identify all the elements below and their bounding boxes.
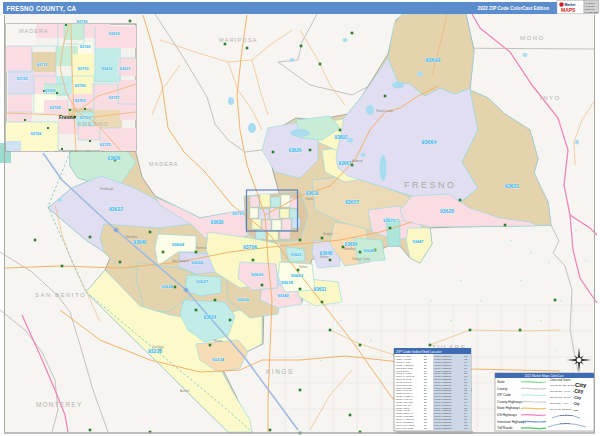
svg-text:93668: 93668	[172, 242, 185, 247]
svg-text:Cities and Towns: Cities and Towns	[550, 378, 571, 382]
svg-text:2022 ZIP Code ColorCast Editio: 2022 ZIP Code ColorCast Edition	[478, 6, 550, 11]
svg-text:MADERA: MADERA	[19, 28, 49, 34]
svg-text:MADERA: MADERA	[149, 161, 179, 167]
svg-text:LAMINATED: LAMINATED	[586, 11, 599, 13]
svg-text:93210: 93210	[148, 348, 162, 354]
svg-text:·City: ·City	[573, 382, 587, 388]
svg-text:93728: 93728	[49, 105, 61, 110]
svg-text:2022 Market Maps ColorCast: 2022 Market Maps ColorCast	[524, 374, 563, 378]
svg-text:93648: 93648	[320, 251, 333, 256]
svg-text:Selma: Selma	[299, 265, 308, 269]
svg-text:93609: 93609	[251, 272, 264, 277]
svg-text:93612: 93612	[101, 66, 113, 71]
svg-text:93654: 93654	[345, 242, 358, 247]
svg-text:Huron: Huron	[214, 339, 223, 343]
svg-text:93642: 93642	[426, 57, 441, 63]
svg-text:MONO: MONO	[520, 35, 545, 41]
svg-text:Twin Bridges: Twin Bridges	[560, 414, 573, 416]
svg-text:93662: 93662	[291, 273, 304, 278]
svg-text:93622: 93622	[109, 206, 123, 212]
svg-text:93242: 93242	[277, 293, 289, 298]
svg-text:93675: 93675	[383, 218, 396, 223]
svg-text:93726: 93726	[74, 83, 86, 88]
svg-text:US Highways: US Highways	[497, 413, 517, 417]
svg-text:93722: 93722	[16, 76, 28, 81]
svg-text:93720: 93720	[79, 44, 91, 49]
svg-text:Mendota: Mendota	[126, 235, 138, 239]
svg-text:Firebaugh: Firebaugh	[100, 187, 114, 191]
svg-text:93626: 93626	[289, 148, 302, 153]
svg-text:KINGS: KINGS	[266, 368, 294, 375]
svg-text:MONTEREY: MONTEREY	[36, 401, 82, 408]
svg-text:93711: 93711	[37, 62, 49, 67]
svg-text:93647: 93647	[412, 239, 424, 244]
svg-text:93664: 93664	[422, 139, 437, 145]
svg-text:MARIPOSA: MARIPOSA	[219, 37, 258, 43]
svg-text:·City: ·City	[573, 389, 584, 394]
svg-text:93705: 93705	[44, 88, 56, 93]
svg-text:Toll Bridge: Toll Bridge	[560, 422, 571, 424]
svg-text:San Joaquin: San Joaquin	[172, 259, 189, 263]
svg-text:93627: 93627	[196, 279, 209, 284]
svg-text:93730: 93730	[76, 19, 88, 24]
svg-text:93618: 93618	[281, 280, 293, 285]
svg-text:FRESNO: FRESNO	[78, 121, 109, 127]
svg-text:93619: 93619	[306, 191, 319, 196]
svg-text:County: County	[497, 387, 508, 391]
svg-text:93640: 93640	[134, 240, 147, 245]
svg-text:Sanger: Sanger	[323, 232, 333, 236]
svg-text:Kerman: Kerman	[196, 246, 207, 250]
svg-text:THE USA: THE USA	[586, 5, 596, 7]
svg-text:State Highways: State Highways	[497, 406, 520, 410]
svg-text:93626: 93626	[108, 156, 121, 161]
svg-text:Auberry: Auberry	[352, 159, 363, 163]
svg-text:93723: 93723	[232, 211, 245, 216]
svg-text:MAPS: MAPS	[561, 7, 576, 13]
svg-text:93621: 93621	[505, 183, 520, 189]
svg-text:County Highways: County Highways	[497, 400, 523, 404]
svg-text:INYO: INYO	[540, 95, 561, 101]
svg-text:93702: 93702	[79, 115, 91, 120]
svg-text:·City: ·City	[573, 402, 580, 406]
svg-text:93703: 93703	[74, 98, 86, 103]
svg-text:30x24 IN: 30x24 IN	[586, 8, 595, 10]
svg-text:93706: 93706	[243, 244, 257, 250]
svg-text:FRESNO: FRESNO	[404, 180, 457, 190]
svg-text:State: State	[497, 380, 505, 384]
svg-text:93625: 93625	[290, 252, 302, 257]
svg-text:ZIP Code Index/Grid Locator: ZIP Code Index/Grid Locator	[396, 350, 442, 354]
svg-text:93727: 93727	[108, 95, 120, 100]
svg-text:Fresno: Fresno	[59, 114, 76, 120]
svg-text:Toll Roads: Toll Roads	[497, 426, 513, 430]
svg-text:SAN BENITO: SAN BENITO	[35, 292, 86, 298]
svg-text:Shaver Lake: Shaver Lake	[376, 109, 393, 113]
svg-text:93710: 93710	[77, 66, 89, 71]
svg-text:93657: 93657	[345, 199, 359, 205]
svg-text:93631: 93631	[314, 287, 327, 292]
svg-text:93667: 93667	[339, 161, 352, 166]
svg-text:93675 FRESNO: 93675 FRESNO	[434, 427, 451, 430]
svg-text:93725: 93725	[99, 142, 111, 147]
svg-text:93656: 93656	[237, 297, 250, 302]
svg-text:93628: 93628	[440, 208, 454, 214]
svg-text:MADE IN: MADE IN	[586, 2, 596, 4]
svg-text:93619: 93619	[108, 31, 120, 36]
svg-text:·City: ·City	[573, 396, 581, 400]
svg-text:93630: 93630	[211, 220, 224, 225]
svg-text:93706: 93706	[30, 131, 42, 136]
svg-text:Avenal: Avenal	[180, 389, 189, 393]
svg-text:Reedley: Reedley	[344, 247, 356, 251]
svg-text:93608: 93608	[161, 284, 174, 289]
svg-text:FRESNO COUNTY, CA: FRESNO COUNTY, CA	[7, 5, 77, 13]
svg-text:·City: ·City	[573, 409, 579, 411]
svg-text:93646 ORANGE: 93646 ORANGE	[396, 427, 414, 430]
svg-text:Clovis: Clovis	[305, 197, 314, 201]
svg-text:93234: 93234	[212, 357, 225, 362]
svg-text:93602: 93602	[335, 135, 348, 140]
svg-text:93611: 93611	[120, 66, 132, 71]
svg-text:Orange Cove: Orange Cove	[352, 257, 370, 261]
svg-text:ZIP Code: ZIP Code	[497, 393, 511, 397]
svg-text:93624: 93624	[204, 315, 217, 320]
svg-text:93660: 93660	[191, 260, 204, 265]
svg-text:93646: 93646	[363, 248, 376, 253]
